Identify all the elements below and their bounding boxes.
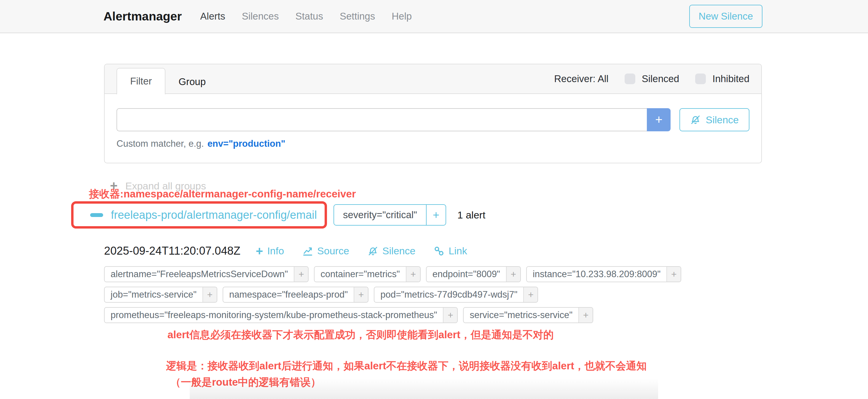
- add-matcher-button[interactable]: +: [647, 108, 671, 131]
- alert-labels: alertname="FreeleapsMetricsServiceDown" …: [104, 266, 762, 323]
- alert-timestamp: 2025-09-24T11:20:07.048Z: [104, 245, 241, 257]
- alert-source-label: Source: [317, 245, 349, 257]
- alert-info-button[interactable]: + Info: [256, 245, 284, 257]
- label-text: pod="metrics-77d9cdb497-wdsj7": [374, 287, 523, 302]
- link-icon: [434, 246, 444, 256]
- filter-tabs: Filter Group: [117, 64, 219, 95]
- label-pill: job="metrics-service" +: [104, 287, 217, 303]
- bell-slash-icon: [690, 115, 701, 125]
- top-navbar: Alertmanager Alerts Silences Status Sett…: [0, 0, 868, 33]
- silenced-checkbox-group[interactable]: Silenced: [625, 73, 679, 85]
- annotation-line-2: 逻辑是：接收器收到alert后进行通知，如果alert不在接收器下，说明接收器没…: [166, 359, 762, 373]
- label-text: prometheus="freeleaps-monitoring-system/…: [105, 308, 443, 323]
- label-add-filter-button[interactable]: +: [203, 287, 217, 302]
- label-pill: pod="metrics-77d9cdb497-wdsj7" +: [374, 287, 538, 303]
- filter-panel-body: + Silence Custom matcher, e.g.env="produ…: [105, 94, 761, 163]
- alert-info-label: Info: [267, 245, 284, 257]
- alert-silence-button[interactable]: Silence: [368, 245, 415, 257]
- label-pill: service="metrics-service" +: [463, 307, 593, 323]
- alert-groups-section: + Expand all groups 接收器:namespace/alterm…: [104, 179, 762, 389]
- matcher-input-row: + Silence: [117, 108, 749, 131]
- label-text: namespace="freeleaps-prod": [223, 287, 354, 302]
- group-matcher-label[interactable]: severity="critical": [334, 205, 426, 225]
- label-pill: container="metrics" +: [314, 266, 421, 282]
- silence-filter-button[interactable]: Silence: [679, 108, 749, 131]
- new-silence-button[interactable]: New Silence: [689, 5, 763, 28]
- minus-icon: [90, 213, 103, 217]
- label-add-filter-button[interactable]: +: [354, 287, 368, 302]
- nav-item-status[interactable]: Status: [295, 11, 323, 22]
- label-add-filter-button[interactable]: +: [294, 267, 308, 282]
- matcher-input[interactable]: [117, 108, 647, 131]
- silenced-checkbox[interactable]: [625, 73, 635, 84]
- label-add-filter-button[interactable]: +: [406, 267, 420, 282]
- filter-panel-header: Filter Group Receiver: All Silenced Inhi…: [105, 64, 761, 94]
- label-add-filter-button[interactable]: +: [666, 267, 681, 282]
- inhibited-checkbox-label: Inhibited: [712, 73, 749, 85]
- filter-options: Receiver: All Silenced Inhibited: [554, 73, 749, 85]
- alert-header-row: 2025-09-24T11:20:07.048Z + Info Source: [104, 245, 762, 257]
- label-add-filter-button[interactable]: +: [443, 308, 457, 323]
- nav-item-settings[interactable]: Settings: [340, 11, 375, 22]
- bell-slash-icon: [368, 246, 378, 256]
- alert-actions: + Info Source: [256, 245, 467, 257]
- label-pill: prometheus="freeleaps-monitoring-system/…: [104, 307, 458, 323]
- inhibited-checkbox-group[interactable]: Inhibited: [695, 73, 749, 85]
- nav-item-silences[interactable]: Silences: [242, 11, 279, 22]
- alert-group-row: freeleaps-prod/alertmanager-config/email…: [71, 201, 762, 228]
- matcher-input-group: +: [117, 108, 671, 131]
- label-text: service="metrics-service": [464, 308, 578, 323]
- label-text: container="metrics": [314, 267, 406, 282]
- label-text: job="metrics-service": [105, 287, 203, 302]
- matcher-hint-text: Custom matcher, e.g.: [117, 139, 204, 149]
- matcher-example-link[interactable]: env="production": [208, 139, 285, 149]
- label-pill: namespace="freeleaps-prod" +: [223, 287, 369, 303]
- tab-filter[interactable]: Filter: [117, 68, 165, 95]
- group-collapse-button[interactable]: freeleaps-prod/alertmanager-config/email: [73, 209, 324, 221]
- label-pill: instance="10.233.98.209:8009" +: [526, 266, 681, 282]
- label-text: instance="10.233.98.209:8009": [527, 267, 666, 282]
- alert-source-link[interactable]: Source: [302, 245, 349, 257]
- label-pill: endpoint="8009" +: [426, 266, 521, 282]
- label-add-filter-button[interactable]: +: [523, 287, 537, 302]
- annotation-line-3: （一般是route中的逻辑有错误）: [170, 375, 762, 389]
- receiver-dropdown[interactable]: Receiver: All: [554, 73, 608, 85]
- inhibited-checkbox[interactable]: [695, 73, 706, 84]
- silenced-checkbox-label: Silenced: [642, 73, 679, 85]
- group-matcher-add-button[interactable]: +: [426, 205, 445, 225]
- label-pill: alertname="FreeleapsMetricsServiceDown" …: [104, 266, 309, 282]
- silence-filter-button-label: Silence: [706, 114, 739, 126]
- annotation-line-1: alert信息必须在接收器下才表示配置成功，否则即使能看到alert，但是通知是…: [167, 328, 762, 342]
- nav-item-help[interactable]: Help: [392, 11, 412, 22]
- alert-detail: 2025-09-24T11:20:07.048Z + Info Source: [104, 245, 762, 389]
- alert-permalink[interactable]: Link: [434, 245, 467, 257]
- group-name-label: freeleaps-prod/alertmanager-config/email: [111, 209, 317, 221]
- tab-group[interactable]: Group: [165, 69, 219, 95]
- app-brand[interactable]: Alertmanager: [103, 9, 182, 23]
- receiver-annotation-text: 接收器:namespace/altermanager-config-name/r…: [89, 187, 356, 201]
- label-add-filter-button[interactable]: +: [578, 308, 593, 323]
- filter-panel: Filter Group Receiver: All Silenced Inhi…: [104, 64, 762, 163]
- plus-icon: +: [256, 245, 263, 257]
- matcher-hint: Custom matcher, e.g.env="production": [117, 139, 749, 149]
- label-add-filter-button[interactable]: +: [506, 267, 520, 282]
- label-text: endpoint="8009": [427, 267, 506, 282]
- main-content: Filter Group Receiver: All Silenced Inhi…: [104, 64, 762, 389]
- annotation-red-box: freeleaps-prod/alertmanager-config/email: [71, 201, 327, 228]
- label-text: alertname="FreeleapsMetricsServiceDown": [105, 267, 294, 282]
- nav-item-alerts[interactable]: Alerts: [200, 11, 225, 22]
- group-matcher-pill: severity="critical" +: [334, 204, 446, 225]
- alert-silence-label: Silence: [382, 245, 415, 257]
- chart-line-icon: [302, 246, 313, 256]
- main-nav: Alerts Silences Status Settings Help: [200, 11, 689, 22]
- alert-link-label: Link: [448, 245, 467, 257]
- group-alert-count: 1 alert: [458, 209, 486, 221]
